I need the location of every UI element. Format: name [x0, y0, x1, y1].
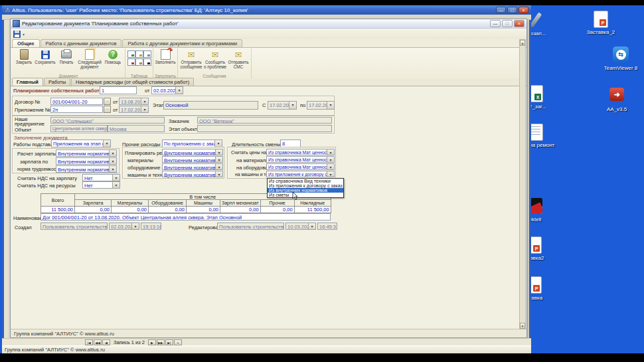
- next-document-button[interactable]: Следующий документ: [78, 49, 102, 70]
- created-user-field[interactable]: Пользователь строительства: [40, 223, 108, 230]
- table-tool-icon[interactable]: [143, 50, 151, 58]
- dialog-close-button[interactable]: ×: [514, 20, 524, 27]
- labor-norm-label: норма трудоемкости: [17, 167, 60, 171]
- maximize-button[interactable]: □: [507, 7, 517, 13]
- form-tab-works[interactable]: Работы: [44, 78, 70, 86]
- customer-field[interactable]: ООО "Ветерок": [197, 117, 332, 124]
- price-equipment-combo[interactable]: Из справочника Мат ценности: [266, 163, 335, 170]
- object-city-field[interactable]: Москва: [108, 125, 165, 132]
- minimize-button[interactable]: —: [496, 7, 506, 13]
- totals-col-header: Прочие: [260, 200, 294, 207]
- nav-first-button[interactable]: |◀: [85, 339, 93, 345]
- save-document-button[interactable]: Сохранить: [35, 49, 55, 65]
- plan-resources-combo[interactable]: Внутренним нормативам: [162, 149, 223, 155]
- dialog-vertical-scrollbar[interactable]: ▲ ▼: [519, 39, 526, 329]
- table-tool-icon[interactable]: [127, 58, 135, 66]
- scroll-down-icon[interactable]: ▼: [520, 323, 525, 329]
- totals-all-header: Всего: [41, 194, 75, 207]
- report-problem-button[interactable]: ✉ Сообщить о проблеме: [204, 49, 226, 70]
- object-stage-field[interactable]: [197, 125, 332, 132]
- desktop-icon-teamviewer[interactable]: ⇆ TeamViewer 8: [599, 46, 643, 71]
- dialog-maximize-button[interactable]: □: [502, 20, 513, 27]
- nav-next-page-button[interactable]: ▶▶: [157, 339, 165, 345]
- chevron-down-icon[interactable]: ▾: [23, 32, 25, 37]
- pages-icon: [84, 49, 96, 60]
- annex-date-combo[interactable]: 17.02.2021: [119, 106, 149, 113]
- price-machines-combo[interactable]: Из приложения к договору с з: [266, 171, 335, 177]
- annex-from-label: от: [113, 107, 118, 113]
- price-materials-combo[interactable]: Из справочника Мат ценности: [266, 156, 335, 163]
- dropdown-item[interactable]: Из справочника Вид техники: [268, 179, 343, 183]
- dialog-minimize-button[interactable]: —: [490, 20, 501, 27]
- help-button[interactable]: ? Помощь: [103, 49, 123, 65]
- ribbon-tab-other-documents[interactable]: Работа с другими документами и программа…: [122, 39, 242, 47]
- contract-browse-button[interactable]: ..: [104, 98, 111, 105]
- price-source-combo[interactable]: Из справочника Мат ценности: [266, 149, 335, 155]
- equipment-combo[interactable]: Внутренним нормативам: [162, 163, 223, 170]
- desktop-icon-aa-v35[interactable]: ➜ AA_v3.5: [595, 86, 639, 112]
- vat-resources-combo[interactable]: Нет: [82, 181, 120, 189]
- dropdown-item[interactable]: Из сметы: [268, 193, 343, 197]
- salary-by-combo[interactable]: Внутренним нормативам: [56, 157, 117, 165]
- created-time[interactable]: 15:13:16: [141, 223, 161, 230]
- annex-browse-button[interactable]: ..: [104, 106, 111, 113]
- totals-value: 0,00: [220, 207, 261, 213]
- our-company-field[interactable]: ООО "Солнышко": [50, 117, 165, 124]
- contract-date-combo[interactable]: 13.08.2020: [119, 98, 149, 105]
- close-document-button[interactable]: Закрыть: [14, 49, 34, 65]
- dropdown-item[interactable]: Из приложения к договору с заказ: [268, 183, 343, 188]
- name-field[interactable]: Дог 001/004/001-20 от 13.08.2020. Объект…: [40, 213, 331, 221]
- print-button[interactable]: Печать: [56, 49, 76, 65]
- nav-prev-page-button[interactable]: ◀◀: [94, 339, 102, 345]
- dropdown-item-selected[interactable]: Из внутренних нормативов: [268, 188, 343, 193]
- main-window-title: Altius. Пользователь: 'user' Рабочее мес…: [12, 7, 496, 13]
- edited-time[interactable]: 16:45:31: [317, 223, 337, 230]
- desktop-icon-zastavka2-file[interactable]: P Заставка_2: [579, 11, 623, 35]
- doc-date-combo[interactable]: 02.03.2021: [151, 86, 183, 94]
- send-sms-button[interactable]: ✉ Отправить СМС: [228, 49, 249, 70]
- send-message-button[interactable]: ✉ Отправить сообщение: [180, 49, 202, 70]
- labor-norm-combo[interactable]: Внутренним нормативам: [56, 165, 117, 173]
- created-date[interactable]: 02.03.2021: [109, 223, 139, 230]
- totals-col-header: Машины: [187, 200, 220, 207]
- stage-c-date[interactable]: 17.02.2021: [268, 101, 297, 110]
- save-icon[interactable]: [13, 31, 21, 38]
- contract-input[interactable]: 001/004/001-20: [50, 98, 103, 105]
- form-tab-overheads[interactable]: Накладные расходы (от общей стоимости ра…: [71, 78, 194, 86]
- nav-next-button[interactable]: ▶: [148, 339, 156, 345]
- works-from-combo[interactable]: Приложения на этап с заказч: [51, 139, 111, 147]
- close-button[interactable]: ×: [519, 7, 528, 13]
- edited-date[interactable]: 10.03.2021: [285, 223, 316, 230]
- table-tool-icon[interactable]: [127, 50, 135, 58]
- form-tab-main[interactable]: Главный: [12, 78, 43, 86]
- main-statusbar: Группа компаний "АЛТИУС" © www.altius.ru: [2, 345, 531, 353]
- object-field[interactable]: Центральная аллея сквера: [50, 125, 108, 132]
- scroll-up-icon[interactable]: ▲: [520, 40, 525, 46]
- ribbon-tab-general[interactable]: Общие: [12, 39, 40, 47]
- nav-add-button[interactable]: +: [174, 339, 182, 345]
- table-tool-icon[interactable]: [143, 58, 151, 66]
- nav-last-button[interactable]: ▶|: [165, 339, 173, 345]
- machines-combo[interactable]: Внутренним нормативам: [162, 171, 223, 177]
- annex-input[interactable]: 2п: [50, 106, 103, 113]
- powerpoint-file-icon: P: [592, 11, 609, 28]
- dialog-title: Редактирование документа 'Планирование с…: [22, 21, 490, 27]
- salary-calc-combo[interactable]: Внутренним нормативам: [56, 149, 117, 157]
- table-tool-icon[interactable]: [135, 50, 143, 58]
- stage-po-date[interactable]: 17.02.2021: [307, 101, 335, 110]
- stage-field[interactable]: Основной: [163, 101, 258, 110]
- materials-label: материалы: [127, 157, 153, 163]
- totals-value: 0,00: [75, 207, 112, 213]
- materials-combo[interactable]: Внутренним нормативам: [162, 156, 223, 163]
- totals-total-value: 11 500,00: [41, 207, 75, 213]
- ribbon-tab-document-data[interactable]: Работа с данными документов: [40, 39, 122, 47]
- fill-button[interactable]: ↷ Заполнить: [155, 49, 175, 65]
- nav-prev-button[interactable]: ◀: [102, 339, 110, 345]
- dialog-titlebar[interactable]: Редактирование документа 'Планирование с…: [11, 19, 526, 29]
- edited-user-field[interactable]: Пользователь строительства: [217, 223, 284, 230]
- table-tool-icon[interactable]: [135, 58, 143, 66]
- doc-number-input[interactable]: 1: [100, 86, 137, 94]
- ribbon-group-messages: ✉ Отправить сообщение ✉ Сообщить о пробл…: [178, 48, 252, 78]
- vat-salary-combo[interactable]: Нет: [82, 174, 120, 181]
- main-titlebar[interactable]: ⚠ Altius. Пользователь: 'user' Рабочее м…: [2, 5, 531, 15]
